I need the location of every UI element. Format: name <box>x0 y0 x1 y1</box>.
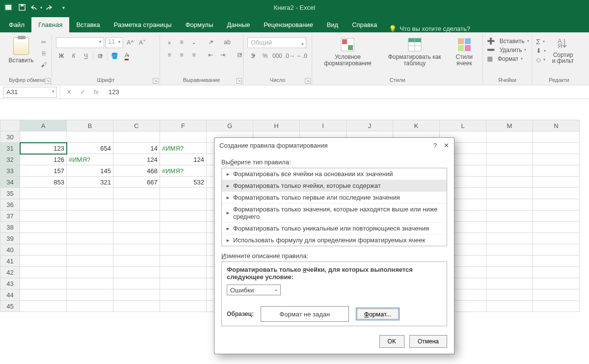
cell[interactable]: 654 <box>67 143 113 154</box>
cell[interactable] <box>160 188 207 199</box>
tab-file[interactable]: Файл <box>2 17 31 32</box>
dialog-launcher-icon[interactable]: ↘ <box>45 78 51 84</box>
cell[interactable] <box>533 278 580 289</box>
cell[interactable]: 157 <box>20 165 67 177</box>
cell[interactable] <box>533 188 580 199</box>
cell[interactable] <box>113 222 160 233</box>
clear-button[interactable]: ◇▾ <box>536 56 546 63</box>
cell[interactable] <box>486 222 533 233</box>
rule-type-item[interactable]: ►Форматировать только первые или последн… <box>222 192 447 204</box>
cell[interactable] <box>113 301 160 312</box>
dialog-launcher-icon[interactable]: ↘ <box>236 78 242 84</box>
rule-type-list[interactable]: ►Форматировать все ячейки на основании и… <box>221 168 447 246</box>
cell[interactable] <box>67 244 113 256</box>
cell[interactable] <box>113 244 160 256</box>
cell[interactable] <box>533 267 580 278</box>
cell[interactable] <box>67 233 113 244</box>
row-header[interactable]: 42 <box>0 267 20 278</box>
cell[interactable] <box>67 267 113 278</box>
rule-type-item[interactable]: ►Использовать формулу для определения фо… <box>222 234 447 246</box>
cell[interactable] <box>113 267 160 278</box>
column-header[interactable]: K <box>393 120 440 131</box>
cell[interactable] <box>533 210 580 222</box>
cancel-button[interactable]: Отмена <box>409 335 447 348</box>
cell[interactable] <box>67 222 113 233</box>
cell[interactable] <box>67 278 113 289</box>
formula-input[interactable]: 123 <box>106 88 119 96</box>
tab-review[interactable]: Рецензирование <box>257 17 320 32</box>
cell[interactable] <box>113 289 160 301</box>
row-header[interactable]: 44 <box>0 289 20 301</box>
undo-button[interactable]: ▾ <box>29 1 42 13</box>
cell[interactable]: #ИМЯ? <box>67 154 113 165</box>
redo-button[interactable] <box>43 1 56 13</box>
copy-button[interactable]: ⎘ <box>38 49 49 58</box>
cell[interactable] <box>486 199 533 210</box>
cell[interactable] <box>67 131 113 143</box>
column-header[interactable]: F <box>160 120 207 131</box>
column-header[interactable]: H <box>253 120 300 131</box>
cell[interactable]: 124 <box>160 154 207 165</box>
cell[interactable] <box>113 210 160 222</box>
cell[interactable]: 14 <box>113 143 160 154</box>
cell[interactable] <box>20 199 67 210</box>
conditional-formatting-button[interactable]: Условное форматирование <box>316 37 379 67</box>
cell[interactable] <box>160 210 207 222</box>
cell[interactable] <box>160 256 207 267</box>
cell[interactable] <box>486 131 533 143</box>
cell[interactable]: 124 <box>113 154 160 165</box>
row-header[interactable]: 35 <box>0 188 20 199</box>
cell[interactable] <box>20 131 67 143</box>
cell[interactable] <box>113 256 160 267</box>
row-header[interactable]: 43 <box>0 278 20 289</box>
cell[interactable]: 667 <box>113 177 160 188</box>
dialog-launcher-icon[interactable]: ↘ <box>153 78 159 84</box>
cell[interactable] <box>486 233 533 244</box>
bold-button[interactable]: Ж <box>56 51 67 61</box>
cell[interactable] <box>486 244 533 256</box>
cell[interactable] <box>160 289 207 301</box>
name-box[interactable]: A31 <box>3 87 57 98</box>
cell[interactable] <box>160 267 207 278</box>
align-top-button[interactable]: ⌅ <box>164 37 175 47</box>
row-header[interactable]: 45 <box>0 301 20 312</box>
cell[interactable] <box>20 233 67 244</box>
format-painter-button[interactable]: 🖌 <box>38 60 49 70</box>
tab-data[interactable]: Данные <box>220 17 257 32</box>
decrease-font-button[interactable]: A˅ <box>137 38 148 48</box>
fill-button[interactable]: ⬇▾ <box>536 47 546 54</box>
cell[interactable]: #ИМЯ? <box>160 165 207 177</box>
cell[interactable]: 532 <box>160 177 207 188</box>
cell[interactable]: 468 <box>113 165 160 177</box>
rule-type-item[interactable]: ►Форматировать только значения, которые … <box>222 204 447 223</box>
cell[interactable] <box>67 210 113 222</box>
increase-font-button[interactable]: A^ <box>125 38 135 48</box>
cell[interactable] <box>486 256 533 267</box>
row-header[interactable]: 33 <box>0 165 20 177</box>
cell[interactable] <box>67 301 113 312</box>
sort-filter-button[interactable]: AЯ Сортир и фильт <box>549 37 577 64</box>
cell[interactable] <box>533 177 580 188</box>
insert-function-button[interactable]: fx <box>92 88 101 96</box>
orientation-button[interactable]: ↗ <box>205 37 216 47</box>
cell-styles-button[interactable]: Стили ячеек <box>450 37 479 67</box>
column-header[interactable]: J <box>347 120 393 131</box>
cell[interactable] <box>67 188 113 199</box>
tab-home[interactable]: Главная <box>31 17 69 32</box>
cell[interactable] <box>160 278 207 289</box>
cell[interactable] <box>67 289 113 301</box>
row-header[interactable]: 36 <box>0 199 20 210</box>
italic-button[interactable]: К <box>68 51 79 61</box>
decrease-indent-button[interactable]: ⇤ <box>205 50 216 60</box>
save-button[interactable] <box>16 1 28 13</box>
autosum-button[interactable]: Σ▾ <box>536 37 546 46</box>
cell[interactable] <box>486 278 533 289</box>
cell[interactable] <box>533 233 580 244</box>
cell[interactable] <box>20 289 67 301</box>
accounting-format-button[interactable]: $ <box>247 51 258 61</box>
cell[interactable] <box>533 301 580 312</box>
close-button[interactable]: ✕ <box>444 142 449 149</box>
column-header[interactable]: B <box>67 120 113 131</box>
cell[interactable] <box>533 222 580 233</box>
font-size-combo[interactable]: 11 <box>106 37 123 48</box>
